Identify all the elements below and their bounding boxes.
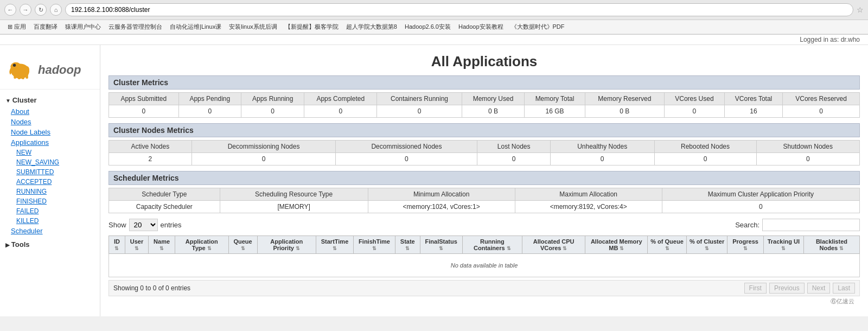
sort-icon-8: ⇅: [405, 246, 410, 251]
cluster-metrics-header-2: Apps Running: [241, 93, 304, 105]
cluster-nodes-table: Active NodesDecommissioning NodesDecommi…: [108, 140, 860, 166]
data-table-header-12[interactable]: Allocated Memory MB ⇅: [585, 236, 648, 254]
sidebar-item-submitted[interactable]: SUBMITTED: [0, 167, 100, 177]
search-area: Search:: [735, 219, 860, 231]
sidebar-tools[interactable]: Tools: [0, 238, 100, 251]
cluster-header[interactable]: Cluster: [0, 94, 100, 106]
sidebar-item-finished[interactable]: FINISHED: [0, 196, 100, 206]
watermark: ⑥亿速云: [108, 296, 860, 307]
cluster-metrics-section: Cluster Metrics Apps SubmittedApps Pendi…: [108, 75, 860, 118]
data-table-header-6[interactable]: StartTime ⇅: [316, 236, 353, 254]
sidebar-item-running[interactable]: RUNNING: [0, 187, 100, 196]
bookmark-super[interactable]: 超人学院大数据第8: [343, 22, 400, 32]
sidebar-item-scheduler[interactable]: Scheduler: [0, 226, 100, 236]
bookmark-auto[interactable]: 自动化运维|Linux课: [167, 22, 225, 32]
data-table-header-15[interactable]: Progress ⇅: [727, 236, 764, 254]
bookmark-cloud[interactable]: 云服务器管理控制台: [105, 22, 165, 32]
star-icon[interactable]: ☆: [857, 5, 864, 14]
sort-icon-0: ⇅: [114, 246, 119, 251]
svg-rect-6: [25, 73, 28, 79]
bookmark-jike[interactable]: 【新提醒】极客学院: [282, 22, 342, 32]
cluster-nodes-header-1: Decommissioning Nodes: [192, 141, 336, 153]
bookmark-hadoop2[interactable]: Hadoop安装教程: [455, 22, 507, 32]
bookmark-bigdata[interactable]: 《大数据时代》PDF: [508, 22, 568, 32]
last-button[interactable]: Last: [833, 283, 855, 294]
forward-button[interactable]: →: [20, 4, 31, 16]
data-table: ID ⇅User ⇅Name ⇅Application Type ⇅Queue …: [108, 235, 860, 277]
sidebar-item-accepted[interactable]: ACCEPTED: [0, 177, 100, 187]
data-table-header-9[interactable]: FinalStatus ⇅: [420, 236, 462, 254]
tools-label: Tools: [11, 240, 30, 249]
sort-icon-1: ⇅: [135, 246, 139, 251]
entries-select[interactable]: 20 10 25 50 100: [129, 219, 158, 231]
data-table-header-8[interactable]: State ⇅: [395, 236, 420, 254]
data-table-header-5[interactable]: Application Priority ⇅: [257, 236, 316, 254]
data-table-header-10[interactable]: Running Containers ⇅: [462, 236, 522, 254]
cluster-metrics-value-0: 0: [109, 105, 179, 118]
data-table-header-4[interactable]: Queue ⇅: [228, 236, 257, 254]
data-table-header-3[interactable]: Application Type ⇅: [175, 236, 228, 254]
search-label: Search:: [735, 221, 760, 229]
data-table-header-14[interactable]: % of Cluster ⇅: [686, 236, 727, 254]
sidebar-item-failed[interactable]: FAILED: [0, 206, 100, 216]
cluster-metrics-header-1: Apps Pending: [178, 93, 241, 105]
scheduler-metrics-table: Scheduler TypeScheduling Resource TypeMi…: [108, 188, 860, 213]
cluster-nodes-value-4: 0: [550, 153, 654, 166]
sidebar-item-applications[interactable]: Applications: [0, 137, 100, 148]
first-button[interactable]: First: [744, 283, 767, 294]
table-controls: Show 20 10 25 50 100 entries Search:: [108, 219, 860, 231]
pagination-buttons: First Previous Next Last: [744, 283, 855, 294]
data-table-header-2[interactable]: Name ⇅: [149, 236, 175, 254]
scheduler-metrics-section: Scheduler Metrics Scheduler TypeScheduli…: [108, 171, 860, 213]
bookmark-baidu[interactable]: 百度翻译: [30, 22, 61, 32]
cluster-metrics-title: Cluster Metrics: [108, 75, 860, 90]
data-table-header-16[interactable]: Tracking UI ⇅: [763, 236, 803, 254]
scheduler-header-2: Minimum Allocation: [368, 188, 515, 201]
scheduler-value-2: <memory:1024, vCores:1>: [368, 201, 515, 213]
cluster-metrics-value-9: 16: [724, 105, 782, 118]
bookmark-hadoop1[interactable]: Hadoop2.6.0安装: [401, 22, 454, 32]
cluster-nodes-title: Cluster Nodes Metrics: [108, 123, 860, 137]
page-header: All Applications: [108, 50, 860, 75]
hadoop-logo: hadoop: [0, 50, 100, 90]
next-button[interactable]: Next: [807, 283, 831, 294]
cluster-metrics-header-7: Memory Reserved: [585, 93, 664, 105]
sort-icon-16: ⇅: [781, 246, 786, 251]
svg-rect-4: [18, 73, 20, 79]
cluster-nodes-value-3: 0: [477, 153, 550, 166]
data-table-header-7[interactable]: FinishTime ⇅: [354, 236, 395, 254]
data-table-wrapper: ID ⇅User ⇅Name ⇅Application Type ⇅Queue …: [108, 235, 860, 277]
cluster-nodes-section: Cluster Nodes Metrics Active NodesDecomm…: [108, 123, 860, 166]
refresh-button[interactable]: ↻: [35, 4, 47, 16]
bookmark-install[interactable]: 安装linux系统后调: [226, 22, 280, 32]
page-title: All Applications: [108, 53, 860, 70]
sidebar-item-new-saving[interactable]: NEW_SAVING: [0, 157, 100, 167]
bookmark-yuanke[interactable]: 猿课用户中心: [62, 22, 104, 32]
showing-text: Showing 0 to 0 of 0 entries: [113, 284, 190, 292]
cluster-metrics-header-3: Apps Completed: [304, 93, 377, 105]
sort-icon-5: ⇅: [296, 246, 300, 251]
cluster-nodes-value-1: 0: [192, 153, 336, 166]
cluster-metrics-value-4: 0: [377, 105, 462, 118]
home-button[interactable]: ⌂: [50, 4, 62, 16]
sort-icon-14: ⇅: [705, 246, 709, 251]
cluster-nodes-value-2: 0: [336, 153, 477, 166]
sidebar-item-node-labels[interactable]: Node Labels: [0, 127, 100, 137]
sidebar-item-killed[interactable]: KILLED: [0, 216, 100, 226]
data-table-header-1[interactable]: User ⇅: [125, 236, 148, 254]
data-table-header-11[interactable]: Allocated CPU VCores ⇅: [522, 236, 585, 254]
data-table-header-17[interactable]: Blacklisted Nodes ⇅: [803, 236, 859, 254]
previous-button[interactable]: Previous: [769, 283, 805, 294]
data-table-header-0[interactable]: ID ⇅: [109, 236, 125, 254]
back-button[interactable]: ←: [4, 4, 16, 16]
sidebar-item-about[interactable]: About: [0, 106, 100, 117]
no-data-row: No data available in table: [109, 254, 860, 277]
search-input[interactable]: [762, 219, 860, 231]
address-bar[interactable]: [65, 3, 853, 16]
browser-chrome: ← → ↻ ⌂ ☆ ⊞ 应用 百度翻译 猿课用户中心 云服务器管理控制台 自动化…: [0, 0, 868, 35]
sidebar-item-new[interactable]: NEW: [0, 148, 100, 157]
sidebar-item-nodes[interactable]: Nodes: [0, 117, 100, 127]
data-table-header-13[interactable]: % of Queue ⇅: [648, 236, 687, 254]
cluster-metrics-header-8: VCores Used: [664, 93, 724, 105]
bookmark-apps[interactable]: ⊞ 应用: [4, 22, 29, 32]
